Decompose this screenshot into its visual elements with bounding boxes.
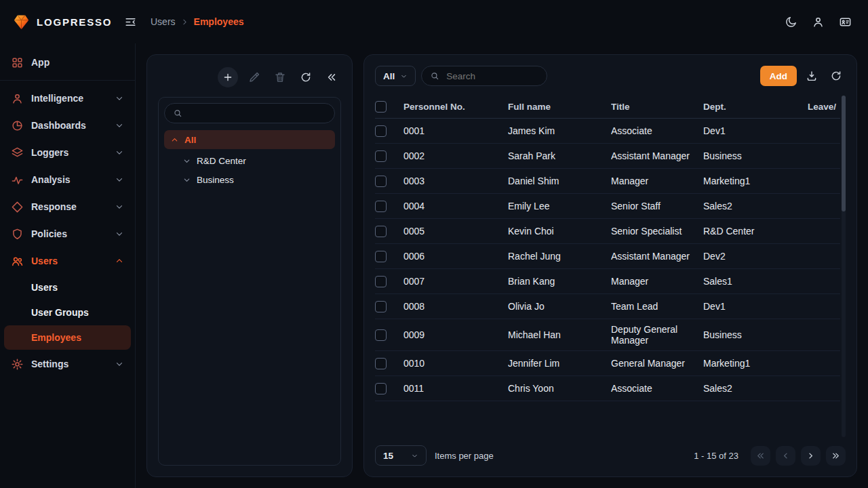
scrollbar-thumb[interactable] — [842, 96, 846, 211]
row-checkbox[interactable] — [375, 176, 387, 187]
tree-search-input[interactable] — [188, 108, 326, 119]
sidebar-item-response[interactable]: Response — [0, 193, 135, 220]
delete-department-button[interactable] — [271, 68, 290, 87]
table-row[interactable]: 0003Daniel ShimManagerMarketing1 — [375, 169, 840, 194]
cell-title: Assistant Manager — [611, 146, 703, 166]
row-checkbox[interactable] — [375, 150, 387, 162]
sidebar-item-intelligence[interactable]: Intelligence — [0, 85, 135, 112]
row-checkbox[interactable] — [375, 383, 387, 394]
row-checkbox[interactable] — [375, 301, 387, 312]
chevron-left-icon — [781, 451, 791, 461]
main-content: All R&D CenterBusiness All Add — [136, 43, 868, 488]
refresh-tree-button[interactable] — [296, 68, 315, 87]
column-title[interactable]: Title — [611, 97, 703, 117]
topbar: LOGPRESSO Users Employees — [0, 0, 868, 43]
table-row[interactable]: 0006Rachel JungAssistant ManagerDev2 — [375, 244, 840, 269]
table-row[interactable]: 0009Michael HanDeputy General ManagerBus… — [375, 319, 840, 351]
session-button[interactable] — [834, 11, 856, 33]
refresh-table-button[interactable] — [827, 66, 846, 85]
page-size-select[interactable]: 15 — [375, 445, 427, 466]
table-row[interactable]: 0007Brian KangManagerSales1 — [375, 269, 840, 294]
row-checkbox[interactable] — [375, 251, 387, 262]
column-personnel-no[interactable]: Personnel No. — [403, 97, 508, 117]
download-icon — [806, 70, 818, 82]
intelligence-icon — [11, 92, 24, 105]
sidebar-subitem-users[interactable]: Users — [4, 275, 131, 300]
search-icon — [173, 108, 182, 118]
cell-full-name: James Kim — [508, 121, 611, 141]
row-checkbox[interactable] — [375, 201, 387, 212]
grid-icon — [11, 56, 24, 69]
account-button[interactable] — [807, 11, 829, 33]
row-checkbox[interactable] — [375, 358, 387, 369]
row-checkbox[interactable] — [375, 276, 387, 287]
chevron-down-icon — [115, 121, 124, 130]
page-size-value: 15 — [383, 451, 393, 461]
table-search-input[interactable] — [445, 70, 538, 82]
row-checkbox[interactable] — [375, 329, 387, 341]
row-checkbox[interactable] — [375, 226, 387, 237]
select-all-checkbox[interactable] — [375, 101, 387, 113]
table-row[interactable]: 0001James KimAssociateDev1 — [375, 119, 840, 144]
department-tree-panel: All R&D CenterBusiness — [146, 54, 353, 477]
column-leave[interactable]: Leave/ — [808, 97, 840, 117]
table-toolbar: All Add — [375, 66, 846, 86]
sidebar-item-loggers[interactable]: Loggers — [0, 139, 135, 166]
cell-personnel-no: 0011 — [403, 378, 508, 399]
tree-node-r-d-center[interactable]: R&D Center — [176, 151, 335, 170]
table-scrollbar[interactable] — [842, 96, 846, 437]
sidebar-toggle-button[interactable] — [119, 11, 141, 33]
previous-page-button[interactable] — [776, 446, 795, 466]
double-chevron-left-icon — [326, 71, 338, 83]
table-row[interactable]: 0008Olivia JoTeam LeadDev1 — [375, 294, 840, 319]
tree-search — [164, 103, 335, 123]
sidebar-item-dashboards[interactable]: Dashboards — [0, 112, 135, 139]
double-chevron-left-icon — [755, 451, 766, 461]
add-department-button[interactable] — [218, 67, 238, 87]
pencil-icon — [248, 71, 260, 83]
filter-select[interactable]: All — [375, 66, 416, 86]
edit-department-button[interactable] — [245, 68, 264, 87]
column-dept[interactable]: Dept. — [703, 97, 808, 117]
last-page-button[interactable] — [826, 446, 846, 466]
cell-title: Senior Staff — [611, 196, 703, 216]
add-employee-button[interactable]: Add — [760, 66, 797, 86]
sidebar-subitem-employees[interactable]: Employees — [4, 325, 131, 350]
sidebar-item-app[interactable]: App — [0, 49, 135, 76]
cell-full-name: Emily Lee — [508, 196, 611, 216]
breadcrumb-current[interactable]: Employees — [194, 16, 244, 27]
table-row[interactable]: 0004Emily LeeSenior StaffSales2 — [375, 194, 840, 219]
sidebar-item-settings[interactable]: Settings — [0, 350, 135, 378]
cell-dept: Business — [703, 146, 808, 166]
table-row[interactable]: 0002Sarah ParkAssistant ManagerBusiness — [375, 144, 840, 169]
tree-node-all[interactable]: All — [164, 130, 335, 149]
theme-toggle-button[interactable] — [780, 11, 802, 33]
cell-full-name: Kevin Choi — [508, 221, 611, 241]
table-row[interactable]: 0005Kevin ChoiSenior SpecialistR&D Cente… — [375, 219, 840, 244]
cell-title: Associate — [611, 121, 703, 141]
trash-icon — [274, 71, 286, 83]
row-checkbox[interactable] — [375, 125, 387, 137]
sidebar-item-policies[interactable]: Policies — [0, 220, 135, 247]
collapse-panel-button[interactable] — [322, 68, 341, 87]
id-card-icon — [839, 16, 852, 28]
cell-leave — [808, 359, 840, 368]
next-page-button[interactable] — [801, 446, 821, 466]
table-row[interactable]: 0011Chris YoonAssociateSales2 — [375, 376, 840, 401]
cell-personnel-no: 0008 — [403, 296, 508, 317]
sidebar-subitem-user-groups[interactable]: User Groups — [4, 300, 131, 325]
download-button[interactable] — [802, 66, 821, 85]
tree-node-business[interactable]: Business — [176, 170, 335, 189]
sidebar-item-label: Users — [31, 256, 58, 266]
cell-dept: Dev1 — [703, 296, 808, 317]
cell-dept: Dev2 — [703, 246, 808, 266]
chevron-down-icon — [182, 176, 191, 184]
first-page-button[interactable] — [751, 446, 770, 466]
cell-personnel-no: 0006 — [403, 246, 508, 266]
breadcrumb-parent[interactable]: Users — [151, 16, 176, 27]
chevron-right-icon — [180, 18, 189, 26]
column-full-name[interactable]: Full name — [508, 97, 611, 117]
sidebar-item-users[interactable]: Users — [0, 247, 135, 274]
table-row[interactable]: 0010Jennifer LimGeneral ManagerMarketing… — [375, 351, 840, 376]
sidebar-item-analysis[interactable]: Analysis — [0, 166, 135, 193]
